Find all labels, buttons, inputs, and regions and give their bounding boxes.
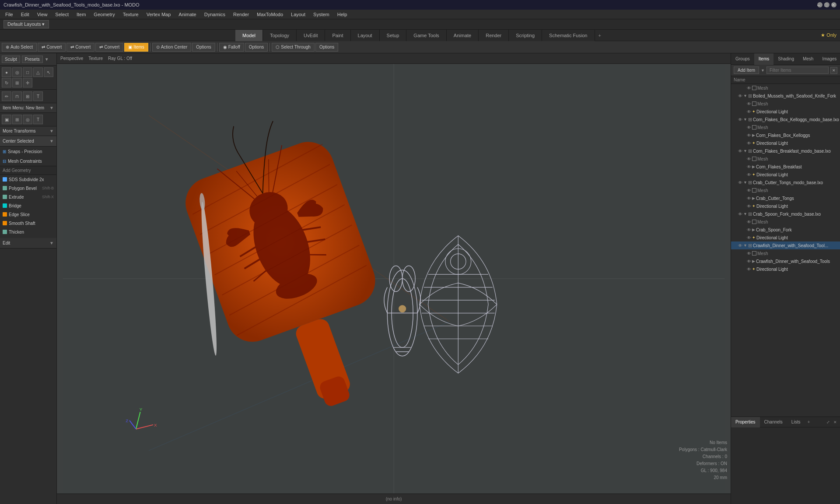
tool-a2[interactable]: ⊞ <box>12 115 22 124</box>
tree-item-crabspoon-item[interactable]: 👁 ▶ Crab_Spoon_Fork <box>731 226 840 234</box>
prop-tab-channels[interactable]: Channels <box>760 417 787 427</box>
tree-item-crabcutter-mesh[interactable]: 👁 Mesh <box>731 186 840 194</box>
menu-vertexmap[interactable]: Vertex Map <box>143 11 175 18</box>
tool-pen[interactable]: ✏ <box>2 91 11 101</box>
tree-item-cornbreakfast-item[interactable]: 👁 ▶ Corn_Flakes_Breakfast <box>731 163 840 171</box>
tool-a1[interactable]: ▣ <box>2 115 11 124</box>
tab-groups[interactable]: Groups <box>731 53 754 65</box>
filter-btn[interactable]: ✕ <box>830 67 837 74</box>
falloff-btn[interactable]: ◉ Falloff <box>219 43 244 52</box>
tool-magnet[interactable]: ⊓ <box>12 91 22 101</box>
star-only-label[interactable]: ★ Only <box>821 32 836 38</box>
tree-item-cornbreakfast-light[interactable]: 👁 ✦ Directional Light <box>731 171 840 178</box>
tab-schematic[interactable]: Schematic Fusion <box>542 30 595 41</box>
menu-render[interactable]: Render <box>230 11 252 18</box>
tab-scripting[interactable]: Scripting <box>509 30 542 41</box>
menu-animate[interactable]: Animate <box>175 11 200 18</box>
close-btn[interactable]: ✕ <box>831 2 836 7</box>
tool-cube[interactable]: □ <box>23 67 32 77</box>
menu-view[interactable]: View <box>34 11 51 18</box>
prop-tab-properties[interactable]: Properties <box>731 417 760 427</box>
presets-btn[interactable]: Presets <box>22 56 43 63</box>
tool-mesh[interactable]: ⊞ <box>23 91 32 101</box>
menu-item[interactable]: Item <box>73 11 89 18</box>
tree-item-boiled-mesh[interactable]: 👁 Mesh <box>731 100 840 108</box>
menu-edit[interactable]: Edit <box>18 11 33 18</box>
geo-extrude[interactable]: Extrude Shift-X <box>0 192 56 201</box>
tab-shading[interactable]: Shading <box>774 53 798 65</box>
mesh-constraints-item[interactable]: ⊟ Mesh Constraints <box>0 156 56 166</box>
tree-item-boiled-mussels[interactable]: 👁 ▼ ⊞ Boiled_Mussels_with_Seafood_Knife_… <box>731 92 840 100</box>
geo-thicken[interactable]: Thicken <box>0 228 56 236</box>
tree-item-cornflakes-box[interactable]: 👁 ▼ ⊞ Corn_Flakes_Box_Kelloggs_modo_base… <box>731 116 840 123</box>
tool-rotate[interactable]: ↻ <box>2 78 11 88</box>
tool-a3[interactable]: ◎ <box>23 115 32 124</box>
tab-gametools[interactable]: Game Tools <box>406 30 447 41</box>
menu-select[interactable]: Select <box>52 11 72 18</box>
maximize-btn[interactable]: □ <box>824 2 830 7</box>
tree-item-cornbreakfast-mesh[interactable]: 👁 Mesh <box>731 155 840 163</box>
autoselect-btn[interactable]: ⊕ Auto Select <box>2 43 37 52</box>
tree-item-cornbreakfast[interactable]: 👁 ▼ ⊞ Corn_Flakes_Breakfast_modo_base.lx… <box>731 147 840 155</box>
items-btn[interactable]: ▣ Items <box>124 43 148 52</box>
options-btn3[interactable]: Options <box>315 43 338 52</box>
menu-system[interactable]: System <box>310 11 333 18</box>
tab-items[interactable]: Items <box>754 53 774 65</box>
tree-item-crabspoon-mesh[interactable]: 👁 Mesh <box>731 218 840 226</box>
geo-edgeslice[interactable]: Edge Slice <box>0 210 56 219</box>
tab-mesh[interactable]: Mesh <box>798 53 818 65</box>
snaps-precision-item[interactable]: ⊞ Snaps - Precision <box>0 147 56 156</box>
geo-bridge[interactable]: Bridge <box>0 201 56 210</box>
tab-add-btn[interactable]: + <box>595 31 605 40</box>
tool-sphere[interactable]: ◎ <box>12 67 22 77</box>
tool-arrow[interactable]: ↖ <box>44 67 53 77</box>
tab-setup[interactable]: Setup <box>380 30 407 41</box>
tree-item-crawfish[interactable]: 👁 ▼ ⊞ Crawfish_Dinner_with_Seafood_Tool.… <box>731 242 840 249</box>
tab-layout[interactable]: Layout <box>351 30 380 41</box>
tree-item-cornbox-mesh[interactable]: 👁 Mesh <box>731 123 840 131</box>
tab-images[interactable]: Images <box>818 53 840 65</box>
layouts-dropdown[interactable]: Default Layouts ▾ <box>4 20 49 28</box>
tree-item-crawfish-item[interactable]: 👁 ▶ Crawfish_Dinner_with_Seafood_Tools <box>731 257 840 265</box>
tab-render[interactable]: Render <box>479 30 509 41</box>
add-item-btn[interactable]: Add Item <box>734 66 759 74</box>
tool-type[interactable]: T <box>33 91 43 101</box>
more-transforms[interactable]: More Transforms ▼ <box>0 126 56 136</box>
tree-item-mesh-top[interactable]: 👁 Mesh <box>731 84 840 92</box>
tree-item-crabspoon[interactable]: 👁 ▼ ⊞ Crab_Spoon_Fork_modo_base.lxo <box>731 210 840 218</box>
menu-geometry[interactable]: Geometry <box>90 11 118 18</box>
item-tree[interactable]: 👁 Mesh 👁 ▼ ⊞ Boiled_Mussels_with_Seafood… <box>731 84 840 416</box>
tab-topology[interactable]: Topology <box>263 30 297 41</box>
action-center-btn[interactable]: ⊙ Action Center <box>152 43 192 52</box>
tree-item-crawfish-mesh[interactable]: 👁 Mesh <box>731 249 840 257</box>
add-item-arrow[interactable]: ▼ <box>761 68 765 73</box>
geo-polybevel[interactable]: Polygon Bevel Shift-B <box>0 184 56 192</box>
tab-paint[interactable]: Paint <box>325 30 350 41</box>
tree-item-crabcutter-item[interactable]: 👁 ▶ Crab_Cutter_Tongs <box>731 194 840 202</box>
tree-item-cornbox-light[interactable]: 👁 ✦ Directional Light <box>731 139 840 147</box>
prop-close-btn[interactable]: ✕ <box>832 419 838 425</box>
tree-item-crabcutter[interactable]: 👁 ▼ ⊞ Crab_Cutter_Tongs_modo_base.lxo <box>731 178 840 186</box>
tool-cursor[interactable]: ✛ <box>23 78 32 88</box>
tree-item-cornbox-item[interactable]: 👁 ▶ Corn_Flakes_Box_Kelloggs <box>731 131 840 139</box>
tool-circle[interactable]: ● <box>2 67 11 77</box>
menu-maxtomodo[interactable]: MaxToModo <box>253 11 287 18</box>
center-selected[interactable]: Center Selected ▼ <box>0 136 56 147</box>
options-btn2[interactable]: Options <box>245 43 268 52</box>
convert-btn1[interactable]: ⇄ Convert <box>38 43 66 52</box>
tree-item-crawfish-light[interactable]: 👁 ✦ Directional Light <box>731 265 840 273</box>
tab-model[interactable]: Model <box>235 30 263 41</box>
filter-items-input[interactable] <box>766 66 829 74</box>
convert-btn3[interactable]: ⇄ Convert <box>95 43 123 52</box>
menu-file[interactable]: File <box>2 11 17 18</box>
tree-item-crabcutter-light[interactable]: 👁 ✦ Directional Light <box>731 202 840 210</box>
geo-smoothshaft[interactable]: Smooth Shaft <box>0 219 56 228</box>
sculpt-btn[interactable]: Sculpt <box>2 56 20 63</box>
options-btn1[interactable]: Options <box>192 43 215 52</box>
tool-scale[interactable]: ⊞ <box>12 78 22 88</box>
edit-dropdown[interactable]: Edit ▼ <box>0 238 56 248</box>
convert-btn2[interactable]: ⇄ Convert <box>66 43 94 52</box>
tool-triangle[interactable]: △ <box>33 67 43 77</box>
prop-tab-lists[interactable]: Lists <box>787 417 805 427</box>
prop-tab-add[interactable]: + <box>805 418 812 426</box>
